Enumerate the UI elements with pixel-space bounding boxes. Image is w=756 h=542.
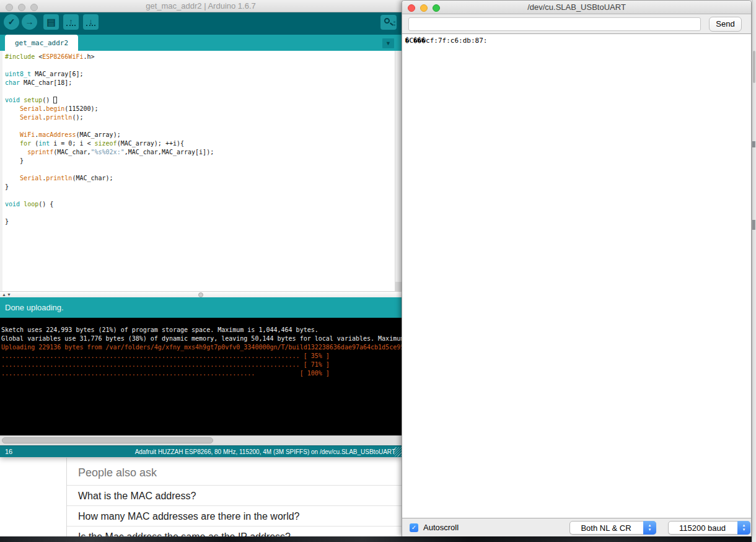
magnifier-handle: [390, 22, 393, 25]
stepper-icon: ▲▼: [643, 521, 656, 535]
line-ending-value: Both NL & CR: [570, 522, 642, 535]
document-icon: ▤: [46, 17, 55, 27]
page-fragment: [752, 141, 755, 147]
code-line: void setup(): [5, 96, 395, 105]
browser-scrollbar[interactable]: [752, 0, 756, 542]
chevron-up-icon: ▲: [648, 523, 652, 527]
code-line: [5, 87, 395, 96]
magnifier-icon: [384, 18, 390, 24]
divider-handle[interactable]: [198, 292, 203, 297]
arrow-down-icon: ↓: [89, 17, 93, 26]
board-info: Adafruit HUZZAH ESP8266, 80 MHz, 115200,…: [135, 446, 395, 457]
console-line: ........................................…: [1, 361, 402, 369]
arduino-tabbar: get_mac_addr2 ▼: [0, 35, 402, 51]
divider-arrows-icon[interactable]: ▲▼: [2, 292, 12, 297]
serial-monitor-button[interactable]: [380, 15, 397, 30]
code-line: [5, 61, 395, 70]
editor-scrollbar[interactable]: [395, 51, 402, 291]
code-line: }: [5, 183, 395, 191]
stepper-icon: ▲▼: [737, 521, 750, 535]
autoscroll-checkbox[interactable]: ✓: [410, 523, 418, 532]
code-line: Serial.println(MAC_char);: [5, 174, 395, 183]
serial-titlebar[interactable]: /dev/cu.SLAB_USBtoUART: [402, 1, 751, 14]
code-line: [5, 122, 395, 131]
chevron-down-icon: ▼: [648, 528, 652, 531]
line-ending-select[interactable]: Both NL & CR ▲▼: [569, 521, 656, 535]
chevron-down-icon: ▼: [385, 40, 391, 46]
arduino-ide-window: get_mac_addr2 | Arduino 1.6.7 ✓ → ▤ ↑ ↓ …: [0, 0, 402, 457]
check-icon: ✓: [8, 17, 15, 27]
code-editor[interactable]: #include <ESP8266WiFi.h>uint8_t MAC_arra…: [0, 51, 395, 291]
code-line: char MAC_char[18];: [5, 79, 395, 87]
code-line: sprintf(MAC_char,"%s%02x:",MAC_char,MAC_…: [5, 148, 395, 157]
serial-window-title: /dev/cu.SLAB_USBtoUART: [402, 1, 751, 14]
status-message-bar: Done uploading.: [0, 297, 402, 318]
console-scrollbar-thumb[interactable]: [2, 437, 213, 444]
code-line: #include <ESP8266WiFi.h>: [5, 53, 395, 61]
serial-footer: ✓ Autoscroll Both NL & CR ▲▼ 115200 baud…: [402, 518, 751, 536]
code-line: uint8_t MAC_array[6];: [5, 70, 395, 79]
autoscroll-label: Autoscroll: [423, 518, 459, 536]
code-line: WiFi.macAddress(MAC_array);: [5, 131, 395, 139]
console-line: Global variables use 31,776 bytes (38%) …: [1, 334, 402, 343]
tab-get-mac-addr2[interactable]: get_mac_addr2: [5, 35, 78, 51]
open-button[interactable]: ↑: [63, 14, 79, 30]
code-line: Serial.begin(115200);: [5, 105, 395, 113]
sketch-list-button[interactable]: ▼: [382, 38, 394, 48]
scrollbar-corner: [395, 282, 402, 291]
editor-console-divider[interactable]: ▲▼: [0, 291, 402, 297]
code-line: [5, 191, 395, 200]
arduino-titlebar[interactable]: get_mac_addr2 | Arduino 1.6.7: [0, 0, 402, 12]
arrow-up-icon: ↑: [69, 17, 73, 26]
code-line: }: [5, 157, 395, 165]
new-sketch-button[interactable]: ▤: [43, 14, 59, 30]
arduino-statusbar: 16 Adafruit HUZZAH ESP8266, 80 MHz, 1152…: [0, 445, 402, 457]
verify-button[interactable]: ✓: [4, 14, 19, 30]
magnifier-dots: [393, 21, 395, 23]
code-line: Serial.println();: [5, 113, 395, 122]
code-line: for (int i = 0; i < sizeof(MAC_array); +…: [5, 139, 395, 148]
upload-button[interactable]: →: [22, 14, 37, 30]
line-number: 16: [5, 446, 12, 457]
upload-console[interactable]: Sketch uses 224,993 bytes (21%) of progr…: [0, 318, 402, 435]
console-scrollbar[interactable]: [0, 435, 402, 445]
serial-output[interactable]: �C���cf:7f:c6:db:87:: [402, 34, 751, 518]
arduino-toolbar: ✓ → ▤ ↑ ↓: [0, 12, 402, 35]
console-line: Sketch uses 224,993 bytes (21%) of progr…: [1, 326, 402, 334]
resize-grip[interactable]: [394, 447, 402, 457]
browser-scrollbar-thumb[interactable]: [753, 51, 755, 83]
console-line: Uploading 229136 bytes from /var/folders…: [1, 343, 402, 352]
code-line: [5, 165, 395, 174]
serial-monitor-window: /dev/cu.SLAB_USBtoUART Send �C���cf:7f:c…: [402, 0, 752, 536]
chevron-up-icon: ▲: [742, 523, 746, 527]
code-line: }: [5, 217, 395, 226]
console-line: ........................................…: [1, 352, 402, 361]
save-button[interactable]: ↓: [83, 14, 99, 30]
code-line: [5, 209, 395, 217]
page-photo-strip: [0, 536, 756, 542]
baud-rate-select[interactable]: 115200 baud ▲▼: [668, 521, 750, 535]
chevron-down-icon: ▼: [742, 528, 746, 531]
arduino-window-title: get_mac_addr2 | Arduino 1.6.7: [0, 0, 402, 12]
baud-rate-value: 115200 baud: [669, 522, 736, 535]
arrow-right-icon: →: [25, 17, 34, 27]
console-line: ........................................…: [1, 369, 402, 378]
code-line: void loop() {: [5, 200, 395, 209]
serial-toolbar: Send: [402, 14, 751, 34]
serial-send-input[interactable]: [408, 17, 701, 31]
send-button[interactable]: Send: [709, 17, 742, 32]
page-fragment: [752, 220, 755, 230]
